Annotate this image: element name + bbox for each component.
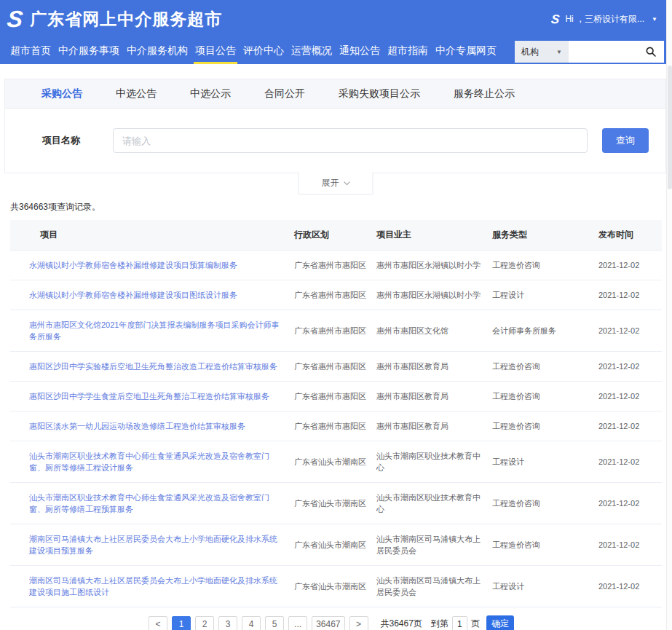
page-number-button[interactable]: ...	[288, 616, 307, 630]
nav-items: 超市首页中介服务事项中介服务机构项目公告评价中心运营概况通知公告超市指南中介专属…	[7, 38, 500, 64]
publish-date-cell: 2021-12-02	[598, 539, 662, 551]
goto-page-suffix-label: 页	[471, 618, 480, 630]
project-link[interactable]: 惠阳区沙田中学实验楼后空地卫生死角整治改造工程造价结算审核服务	[29, 362, 277, 371]
project-link[interactable]: 汕头市潮南区职业技术教育中心师生食堂通风采光改造及宿舍教室门窗、厕所等修缮工程预…	[29, 493, 269, 513]
region-cell: 广东省惠州市惠阳区	[294, 361, 376, 372]
scrollbar[interactable]	[666, 0, 672, 630]
search-form: 项目名称 查询	[5, 109, 665, 173]
tab[interactable]: 服务终止公示	[454, 87, 515, 101]
owner-cell: 惠州市惠阳区教育局	[376, 390, 492, 402]
publish-date-cell: 2021-12-02	[598, 390, 662, 402]
result-count: 共364663项查询记录。	[10, 201, 672, 213]
table-row: 潮南区司马浦镇大布上社区居民委员会大布上小学地面硬化及排水系统建设项目施工图纸设…	[10, 566, 662, 607]
nav-item[interactable]: 中介专属网页	[432, 38, 500, 64]
page-number-button[interactable]: 3	[218, 616, 237, 630]
search-icon	[645, 46, 657, 58]
region-cell: 广东省惠州市惠阳区	[294, 390, 376, 402]
table-header-row: 项目 行政区划 项目业主 服务类型 发布时间	[10, 220, 662, 251]
table-row: 永湖镇以时小学教师宿舍楼补漏维修建设项目预算编制服务 广东省惠州市惠阳区 惠州市…	[10, 251, 662, 280]
nav-item[interactable]: 中介服务机构	[123, 38, 191, 64]
search-button[interactable]	[638, 41, 664, 63]
next-page-button[interactable]: >	[349, 616, 368, 630]
region-cell: 广东省汕头市潮南区	[294, 539, 376, 551]
expand-label: 展开	[322, 177, 339, 189]
nav-item[interactable]: 运营概况	[288, 38, 336, 64]
prev-page-button[interactable]: <	[149, 616, 167, 630]
tab[interactable]: 中选公告	[116, 87, 157, 101]
table-row: 惠阳区沙田中学实验楼后空地卫生死角整治改造工程造价结算审核服务 广东省惠州市惠阳…	[10, 352, 662, 382]
tab[interactable]: 采购公告	[41, 87, 82, 101]
service-type-cell: 工程造价咨询	[492, 497, 598, 509]
total-pages-label: 共36467页	[381, 618, 422, 630]
owner-cell: 惠州市惠阳区教育局	[376, 361, 492, 372]
project-link[interactable]: 惠阳区沙田中学学生食堂后空地卫生死角整治工程造价结算审核服务	[29, 392, 269, 401]
nav-item[interactable]: 评价中心	[240, 38, 288, 64]
page-numbers: 12345...36467	[170, 616, 347, 630]
service-type-cell: 工程造价咨询	[492, 539, 598, 551]
tab-strip: 采购公告中选公告中选公示合同公开采购失败项目公示服务终止公示	[5, 79, 665, 109]
project-name-input[interactable]	[113, 128, 588, 153]
project-link[interactable]: 永湖镇以时小学教师宿舍楼补漏维修建设项目图纸设计服务	[29, 291, 237, 299]
table-row: 惠阳区沙田中学学生食堂后空地卫生死角整治工程造价结算审核服务 广东省惠州市惠阳区…	[10, 382, 662, 412]
region-cell: 广东省惠州市惠阳区	[294, 420, 376, 432]
header-search-input[interactable]	[569, 41, 638, 63]
header-search: 机构 ▼	[515, 41, 664, 63]
query-button[interactable]: 查询	[602, 128, 649, 153]
page-number-button[interactable]: 36467	[312, 616, 344, 630]
tab[interactable]: 中选公示	[190, 87, 231, 101]
page-number-button[interactable]: 2	[195, 616, 214, 630]
main-nav: 超市首页中介服务事项中介服务机构项目公告评价中心运营概况通知公告超市指南中介专属…	[0, 38, 666, 64]
region-cell: 广东省惠州市惠阳区	[294, 259, 376, 271]
column-header-region: 行政区划	[294, 229, 376, 241]
project-link[interactable]: 潮南区司马浦镇大布上社区居民委员会大布上小学地面硬化及排水系统建设项目预算服务	[29, 535, 277, 555]
region-cell: 广东省汕头市潮南区	[294, 580, 376, 592]
confirm-button[interactable]: 确定	[486, 615, 514, 630]
owner-cell: 汕头市潮南区司马浦镇大布上居民委员会	[376, 533, 492, 556]
user-logo-icon: S	[550, 13, 560, 25]
user-menu[interactable]: S Hi ，三桥设计有限... ▼	[551, 13, 657, 25]
tab[interactable]: 采购失败项目公示	[339, 87, 420, 101]
expand-toggle[interactable]: 展开	[298, 173, 373, 194]
project-link[interactable]: 永湖镇以时小学教师宿舍楼补漏维修建设项目预算编制服务	[29, 261, 237, 269]
nav-item[interactable]: 项目公告	[191, 38, 240, 64]
project-link[interactable]: 潮南区司马浦镇大布上社区居民委员会大布上小学地面硬化及排水系统建设项目施工图纸设…	[29, 576, 277, 596]
publish-date-cell: 2021-12-02	[598, 361, 662, 372]
table-row: 永湖镇以时小学教师宿舍楼补漏维修建设项目图纸设计服务 广东省惠州市惠阳区 惠州市…	[10, 280, 662, 310]
results-table: 项目 行政区划 项目业主 服务类型 发布时间 永湖镇以时小学教师宿舍楼补漏维修建…	[10, 220, 662, 607]
scrollbar-thumb[interactable]	[668, 66, 672, 189]
nav-item[interactable]: 超市首页	[7, 38, 55, 64]
publish-date-cell: 2021-12-02	[598, 259, 662, 271]
page-number-button[interactable]: 1	[172, 616, 191, 630]
project-link[interactable]: 汕头市潮南区职业技术教育中心师生食堂通风采光改造及宿舍教室门窗、厕所等修缮工程设…	[29, 452, 269, 472]
owner-cell: 汕头市潮南区司马浦镇大布上居民委员会	[376, 575, 492, 598]
service-type-cell: 工程设计	[492, 456, 598, 468]
table-row: 惠阳区淡水第一幼儿园运动场改造修缮工程造价结算审核服务 广东省惠州市惠阳区 惠州…	[10, 412, 662, 441]
top-header: S 广东省网上中介服务超市 S Hi ，三桥设计有限... ▼	[0, 0, 666, 38]
project-link[interactable]: 惠阳区淡水第一幼儿园运动场改造修缮工程造价结算审核服务	[29, 422, 245, 430]
pagination: < 12345...36467 > 共36467页 到第 页 确定	[0, 615, 660, 630]
page-number-button[interactable]: 5	[265, 616, 284, 630]
goto-page-label: 到第	[431, 618, 448, 630]
region-cell: 广东省汕头市潮南区	[294, 456, 376, 468]
tab[interactable]: 合同公开	[264, 87, 305, 101]
nav-item[interactable]: 超市指南	[384, 38, 432, 64]
site-brand[interactable]: S 广东省网上中介服务超市	[7, 7, 222, 31]
table-body: 永湖镇以时小学教师宿舍楼补漏维修建设项目预算编制服务 广东省惠州市惠阳区 惠州市…	[10, 251, 662, 607]
column-header-publish-date: 发布时间	[598, 229, 662, 241]
announcement-card: 采购公告中选公告中选公示合同公开采购失败项目公示服务终止公示 项目名称 查询 展…	[4, 79, 666, 173]
region-cell: 广东省汕头市潮南区	[294, 497, 376, 509]
owner-cell: 惠州市惠阳区永湖镇以时小学	[376, 259, 492, 271]
nav-item[interactable]: 中介服务事项	[55, 38, 123, 64]
publish-date-cell: 2021-12-02	[598, 420, 662, 432]
project-link[interactable]: 惠州市惠阳区文化馆2021年度部门决算报表编制服务项目采购会计师事务所服务	[29, 320, 279, 341]
table-row: 潮南区司马浦镇大布上社区居民委员会大布上小学地面硬化及排水系统建设项目预算服务 …	[10, 524, 662, 566]
search-category-select[interactable]: 机构 ▼	[515, 41, 569, 63]
table-row: 汕头市潮南区职业技术教育中心师生食堂通风采光改造及宿舍教室门窗、厕所等修缮工程设…	[10, 441, 662, 483]
column-header-project: 项目	[10, 229, 294, 241]
goto-page-input[interactable]	[452, 616, 467, 630]
region-cell: 广东省惠州市惠阳区	[294, 325, 376, 336]
page-number-button[interactable]: 4	[242, 616, 261, 630]
service-type-cell: 工程造价咨询	[492, 420, 598, 432]
chevron-down-icon: ▼	[556, 49, 562, 55]
nav-item[interactable]: 通知公告	[336, 38, 384, 64]
